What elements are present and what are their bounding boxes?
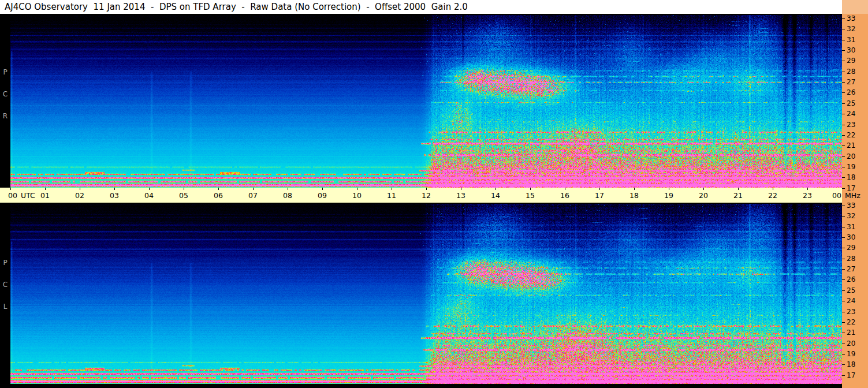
time-label: 20 <box>699 188 708 203</box>
freq-label: 22 <box>847 130 855 140</box>
time-start-unit: UTC <box>21 188 35 203</box>
time-label: 22 <box>768 188 777 203</box>
freq-label: 19 <box>847 349 855 359</box>
freq-tick <box>842 279 845 280</box>
freq-label: 19 <box>847 162 855 171</box>
title-bar: AJ4CO Observatory 11 Jan 2014 - DPS on T… <box>0 0 842 14</box>
freq-tick <box>842 188 845 189</box>
rcp-polarization-label: P C R <box>1 68 9 123</box>
freq-tick <box>842 72 845 72</box>
freq-label: 30 <box>847 46 855 55</box>
freq-label: 33 <box>847 14 855 23</box>
title-text: AJ4CO Observatory 11 Jan 2014 - DPS on T… <box>0 2 468 12</box>
lcp-spectrogram <box>10 203 842 384</box>
rcp-side-strip: P C R <box>0 14 10 188</box>
freq-label: 32 <box>847 24 855 33</box>
freq-tick <box>842 216 845 217</box>
freq-tick <box>842 135 845 136</box>
freq-tick <box>842 146 845 146</box>
time-label: 03 <box>110 188 119 203</box>
time-label: 05 <box>179 188 188 203</box>
freq-tick <box>842 375 845 376</box>
freq-tick <box>842 114 845 114</box>
freq-label: 17 <box>847 184 855 193</box>
freq-label: 26 <box>847 88 855 97</box>
freq-tick <box>842 167 845 167</box>
freq-tick <box>842 40 845 40</box>
time-label: 10 <box>352 188 362 203</box>
freq-label: 28 <box>847 67 855 76</box>
freq-tick <box>842 344 845 344</box>
freq-tick <box>842 259 845 259</box>
freq-tick <box>842 269 845 270</box>
time-label: 16 <box>560 188 569 203</box>
freq-label: 25 <box>847 99 855 108</box>
freq-tick <box>842 333 845 333</box>
freq-tick <box>842 237 845 238</box>
freq-label: 24 <box>847 296 855 305</box>
freq-tick <box>842 50 845 51</box>
freq-label: 31 <box>847 222 855 232</box>
lcp-polarization-label: P C L <box>1 259 9 314</box>
freq-label: 27 <box>847 264 855 274</box>
freq-tick <box>842 177 845 178</box>
time-label: 09 <box>318 188 327 203</box>
freq-label: 27 <box>847 77 855 87</box>
freq-tick <box>842 206 845 206</box>
freq-label: 21 <box>847 328 855 337</box>
freq-tick <box>842 61 845 61</box>
freq-label: 29 <box>847 243 855 252</box>
time-label: 23 <box>803 188 812 203</box>
time-label: 12 <box>422 188 431 203</box>
time-label: 14 <box>491 188 500 203</box>
freq-label: 24 <box>847 109 855 118</box>
time-end-label: 00 <box>832 188 841 203</box>
freq-tick <box>842 92 845 93</box>
freq-label: 28 <box>847 254 855 263</box>
lcp-side-strip: P C L <box>0 203 10 384</box>
time-start-label: 00 <box>8 188 17 203</box>
freq-label: 18 <box>847 173 855 182</box>
spectrogram-app-window: AJ4CO Observatory 11 Jan 2014 - DPS on T… <box>0 0 868 388</box>
time-label: 02 <box>75 188 84 203</box>
freq-label: 21 <box>847 141 855 150</box>
freq-tick <box>842 290 845 291</box>
freq-tick <box>842 312 845 312</box>
time-label: 21 <box>733 188 743 203</box>
freq-label: 33 <box>847 201 855 210</box>
freq-label: 20 <box>847 339 855 348</box>
time-axis-band <box>0 188 842 203</box>
freq-label: 26 <box>847 275 855 284</box>
time-label: 04 <box>144 188 154 203</box>
time-label: 13 <box>456 188 465 203</box>
freq-tick <box>842 301 845 301</box>
time-label: 11 <box>387 188 396 203</box>
freq-tick <box>842 29 845 29</box>
time-label: 19 <box>664 188 673 203</box>
freq-tick <box>842 248 845 248</box>
freq-label: 29 <box>847 56 855 65</box>
time-tick <box>10 188 11 190</box>
time-label: 18 <box>629 188 639 203</box>
freq-tick <box>842 125 845 125</box>
time-label: 01 <box>40 188 50 203</box>
freq-label: 23 <box>847 307 855 316</box>
time-label: 17 <box>595 188 604 203</box>
freq-tick <box>842 82 845 83</box>
freq-label: 30 <box>847 233 855 242</box>
freq-tick <box>842 156 845 157</box>
freq-tick <box>842 103 845 104</box>
time-label: 06 <box>214 188 223 203</box>
freq-label: 22 <box>847 318 855 327</box>
freq-tick <box>842 227 845 227</box>
freq-label: 32 <box>847 211 855 221</box>
freq-strip-corner <box>842 0 868 14</box>
freq-label: 25 <box>847 286 855 295</box>
freq-tick <box>842 18 845 19</box>
rcp-spectrogram <box>10 14 842 188</box>
freq-tick <box>842 354 845 355</box>
freq-label: 31 <box>847 35 855 44</box>
time-label: 15 <box>526 188 535 203</box>
freq-label: 20 <box>847 152 855 161</box>
freq-label: 17 <box>847 371 855 380</box>
